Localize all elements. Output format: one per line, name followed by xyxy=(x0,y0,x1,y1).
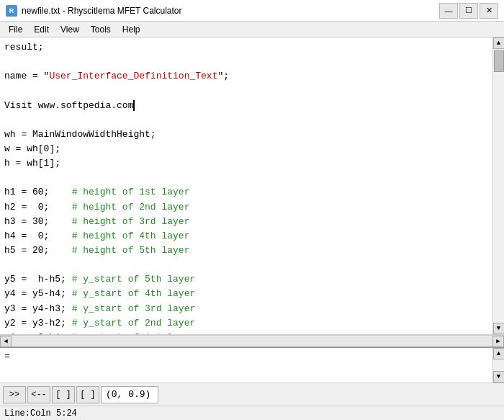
console-area: = ▲ ▼ xyxy=(0,347,504,383)
menu-edit[interactable]: Edit xyxy=(28,23,55,36)
hscroll-track[interactable] xyxy=(12,336,492,347)
titlebar-controls: — ☐ ✕ xyxy=(439,3,498,19)
menu-help[interactable]: Help xyxy=(117,23,146,36)
app-icon: R xyxy=(6,5,17,17)
back-button[interactable]: <-- xyxy=(27,386,50,403)
minimize-button[interactable]: — xyxy=(439,3,458,19)
scroll-down-arrow[interactable]: ▼ xyxy=(493,323,505,334)
console-scrollbar[interactable]: ▲ ▼ xyxy=(492,348,504,383)
console-text[interactable]: = xyxy=(0,348,492,383)
scroll-up-arrow[interactable]: ▲ xyxy=(493,37,505,49)
editor-container: result; name = "User_Interface_Definitio… xyxy=(0,37,504,335)
console-scroll-down[interactable]: ▼ xyxy=(493,371,505,383)
scroll-thumb[interactable] xyxy=(494,50,504,72)
bracket-button2[interactable]: [ ] xyxy=(76,386,99,403)
close-button[interactable]: ✕ xyxy=(480,3,498,19)
menubar: File Edit View Tools Help xyxy=(0,22,504,37)
titlebar: R newfile.txt - Rhyscitlema MFET Calcula… xyxy=(0,0,504,22)
line-col-status: Line:Coln 5:24 xyxy=(4,408,77,419)
editor-text[interactable]: result; name = "User_Interface_Definitio… xyxy=(0,37,492,334)
coord-display: (0, 0.9) xyxy=(101,386,158,403)
console-scroll-up[interactable]: ▲ xyxy=(493,348,505,359)
menu-tools[interactable]: Tools xyxy=(85,23,117,36)
bracket-button1[interactable]: [ ] xyxy=(52,386,75,403)
horizontal-scrollbar[interactable]: ◀ ▶ xyxy=(0,335,504,347)
maximize-button[interactable]: ☐ xyxy=(459,3,478,19)
vertical-scrollbar[interactable]: ▲ ▼ xyxy=(492,37,504,334)
scroll-left-arrow[interactable]: ◀ xyxy=(0,336,12,347)
run-button[interactable]: >> xyxy=(3,386,26,403)
scroll-right-arrow[interactable]: ▶ xyxy=(492,336,504,347)
menu-view[interactable]: View xyxy=(55,23,85,36)
toolbar: >> <-- [ ] [ ] (0, 0.9) xyxy=(0,383,504,406)
titlebar-title: newfile.txt - Rhyscitlema MFET Calculato… xyxy=(22,6,182,16)
titlebar-left: R newfile.txt - Rhyscitlema MFET Calcula… xyxy=(6,5,182,17)
statusbar: Line:Coln 5:24 xyxy=(0,406,504,420)
menu-file[interactable]: File xyxy=(3,23,28,36)
